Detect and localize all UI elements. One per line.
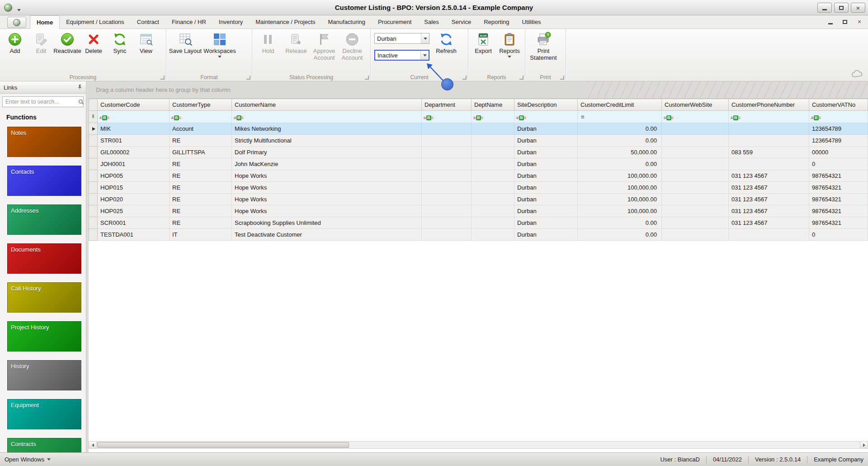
scroll-left-button[interactable]	[89, 442, 97, 448]
tab-contract[interactable]: Contract	[131, 15, 165, 29]
horizontal-scrollbar[interactable]	[89, 441, 868, 449]
table-row[interactable]: TESTDA001ITTest Deactivate CustomerDurba…	[89, 229, 868, 241]
table-row[interactable]: MIKAccountMikes NetworkingDurban0.001236…	[89, 123, 868, 135]
export-button[interactable]: XLSXExport	[470, 30, 496, 55]
status-user: User : BiancaD	[660, 456, 699, 463]
filter-cell-customername[interactable]: aBc	[232, 111, 422, 123]
sidebar-item-notes[interactable]: Notes	[7, 127, 81, 157]
current-site-combobox[interactable]: Durban	[374, 33, 429, 44]
tab-manufacturing[interactable]: Manufacturing	[322, 15, 372, 29]
print-statement-button[interactable]: ?Print Statement	[527, 30, 560, 61]
minimize-button[interactable]	[817, 3, 832, 13]
edit-button: Edit	[28, 30, 54, 55]
scrollbar-track[interactable]	[97, 442, 860, 448]
tab-maintenance-projects[interactable]: Maintenance / Projects	[249, 15, 321, 29]
table-row[interactable]: HOP025REHope WorksDurban100,000.00031 12…	[89, 205, 868, 217]
table-cell: Mikes Networking	[232, 123, 422, 135]
filter-cell-customerphonenumber[interactable]: aBc	[729, 111, 809, 123]
column-header-customerwebsite[interactable]: CustomerWebSite	[662, 99, 729, 111]
filter-cell-customerwebsite[interactable]: aBc	[662, 111, 729, 123]
tab-inventory[interactable]: Inventory	[212, 15, 249, 29]
add-button[interactable]: Add	[2, 30, 28, 55]
group-dialog-launcher-icon[interactable]	[365, 76, 369, 80]
table-row[interactable]: JOH0001REJohn MacKenzieDurban0.000	[89, 158, 868, 170]
sidebar-item-addresses[interactable]: Addresses	[7, 204, 81, 235]
workspaces-button[interactable]: Workspaces	[203, 30, 237, 58]
ribbon-group-label: Reports	[468, 74, 525, 81]
close-button[interactable]: ×	[851, 3, 865, 13]
column-header-customercreditlimit[interactable]: CustomerCreditLimit	[578, 99, 662, 111]
scrollbar-thumb[interactable]	[97, 442, 349, 448]
group-by-bar[interactable]: Drag a column header here to group by th…	[89, 81, 868, 99]
filter-cell-sitedescription[interactable]: aBc	[514, 111, 578, 123]
delete-button[interactable]: Delete	[80, 30, 107, 55]
filter-cell-customervatno[interactable]: aBc	[809, 111, 868, 123]
group-dialog-launcher-icon[interactable]	[160, 76, 165, 80]
refresh-button[interactable]: Refresh	[433, 30, 459, 55]
column-header-customercode[interactable]: CustomerCode	[98, 99, 170, 111]
ribbon-group-status-processing: HoldReleaseApprove AccountDecline Accoun…	[252, 29, 371, 81]
filter-cell-deptname[interactable]: aBc	[472, 111, 514, 123]
column-header-deptname[interactable]: DeptName	[472, 99, 514, 111]
tab-service[interactable]: Service	[445, 15, 477, 29]
open-windows-button[interactable]: Open Windows	[5, 456, 51, 463]
group-dialog-launcher-icon[interactable]	[246, 76, 250, 80]
sidebar-item-documents[interactable]: Documents	[7, 243, 81, 274]
table-cell: IT	[170, 229, 232, 241]
table-row[interactable]: GIL000002GILLITTSPADolf PrimaryDurban50,…	[89, 147, 868, 158]
chevron-down-icon[interactable]	[420, 51, 429, 60]
tab-home[interactable]: Home	[30, 15, 60, 29]
sidebar-item-contacts[interactable]: Contacts	[7, 166, 81, 196]
mdi-restore-button[interactable]	[840, 18, 850, 26]
column-header-customervatno[interactable]: CustomerVATNo	[809, 99, 868, 111]
group-dialog-launcher-icon[interactable]	[560, 76, 564, 80]
pin-icon[interactable]	[77, 84, 82, 91]
table-row[interactable]: SCR0001REScrapbooking Supplies Unlimited…	[89, 217, 868, 229]
column-header-department[interactable]: Department	[422, 99, 472, 111]
sidebar-item-call-history[interactable]: Call History	[7, 282, 81, 313]
search-input[interactable]	[3, 99, 78, 105]
table-cell: RE	[170, 217, 232, 229]
sidebar-item-contracts[interactable]: Contracts	[7, 438, 81, 452]
mdi-minimize-button[interactable]	[826, 18, 835, 26]
group-dialog-launcher-icon[interactable]	[519, 76, 524, 80]
table-row[interactable]: HOP020REHope WorksDurban100,000.00031 12…	[89, 194, 868, 205]
tab-finance-hr[interactable]: Finance / HR	[165, 15, 212, 29]
sidebar-item-equipment[interactable]: Equipment	[7, 399, 81, 429]
filter-cell-customercreditlimit[interactable]: =	[578, 111, 662, 123]
delete-label: Delete	[85, 48, 102, 55]
column-header-customertype[interactable]: CustomerType	[170, 99, 232, 111]
tab-procurement[interactable]: Procurement	[372, 15, 418, 29]
table-row[interactable]: HOP015REHope WorksDurban100,000.00031 12…	[89, 182, 868, 194]
tab-sales[interactable]: Sales	[418, 15, 445, 29]
tab-utilities[interactable]: Utilities	[516, 15, 547, 29]
group-dialog-launcher-icon[interactable]	[462, 76, 467, 80]
view-button[interactable]: View	[133, 30, 159, 55]
column-header-customerphonenumber[interactable]: CustomerPhoneNumber	[729, 99, 809, 111]
column-header-customername[interactable]: CustomerName	[232, 99, 422, 111]
application-menu-button[interactable]	[7, 17, 26, 28]
mdi-close-button[interactable]: ×	[854, 18, 864, 26]
sync-button[interactable]: Sync	[107, 30, 133, 55]
cloud-icon[interactable]	[851, 70, 863, 78]
row-indicator	[89, 147, 98, 158]
sidebar-item-history[interactable]: History	[7, 360, 81, 390]
tab-equipment-locations[interactable]: Equipment / Locations	[60, 15, 131, 29]
current-status-combobox[interactable]: Inactive	[374, 50, 429, 61]
column-header-sitedescription[interactable]: SiteDescription	[514, 99, 578, 111]
reports-button[interactable]: Reports	[496, 30, 523, 58]
save-layout-button[interactable]: Save Layout	[168, 30, 203, 55]
search-icon[interactable]	[78, 99, 84, 105]
reactivate-button[interactable]: Reactivate	[54, 30, 80, 55]
tab-reporting[interactable]: Reporting	[477, 15, 515, 29]
table-row[interactable]: STR001REStrictly MultifunctionalDurban0.…	[89, 135, 868, 147]
filter-cell-customertype[interactable]: aBc	[170, 111, 232, 123]
maximize-button[interactable]	[834, 3, 849, 13]
filter-cell-department[interactable]: aBc	[422, 111, 472, 123]
table-cell: 00000	[809, 147, 868, 158]
chevron-down-icon[interactable]	[421, 33, 429, 43]
sidebar-item-project-history[interactable]: Project History	[7, 321, 81, 352]
scroll-right-button[interactable]	[860, 442, 868, 448]
filter-cell-customercode[interactable]: aBc	[98, 111, 170, 123]
table-row[interactable]: HOP005REHope WorksDurban100,000.00031 12…	[89, 170, 868, 182]
